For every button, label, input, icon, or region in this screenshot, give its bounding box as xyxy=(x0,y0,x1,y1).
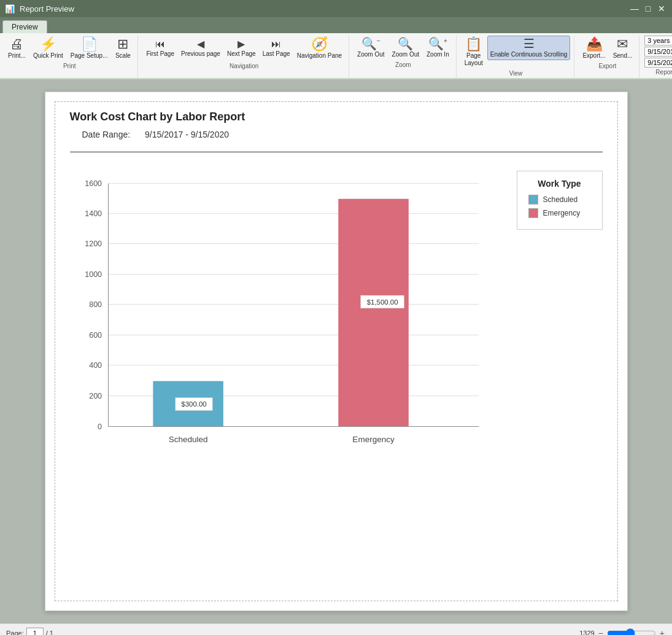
page-setup-icon: 📄 xyxy=(81,37,98,51)
print-button[interactable]: 🖨 Print... xyxy=(5,36,29,61)
zoom-out-icon: 🔍− xyxy=(361,37,380,50)
send-button[interactable]: ✉ Send... xyxy=(610,36,636,61)
export-button[interactable]: 📤 Export... xyxy=(579,36,608,61)
page-layout-label: PageLayout xyxy=(465,52,483,67)
page-setup-button[interactable]: 📄 Page Setup... xyxy=(68,36,111,61)
svg-text:0: 0 xyxy=(98,423,102,431)
status-left: Page: / 1 xyxy=(6,628,53,636)
last-page-button[interactable]: ⏭ Last Page xyxy=(260,37,293,60)
enable-scrolling-button[interactable]: ☰ Enable Continuous Scrolling xyxy=(487,36,571,60)
send-label: Send... xyxy=(613,52,633,60)
legend-item-scheduled: Scheduled xyxy=(528,195,591,205)
zoom-plus-button[interactable]: + xyxy=(658,629,666,636)
zoom-in-button[interactable]: 🔍+ Zoom In xyxy=(423,36,452,60)
print-icon: 🖨 xyxy=(10,37,23,51)
zoom-group-label: Zoom xyxy=(395,61,411,68)
zoom-minus-button[interactable]: − xyxy=(597,629,604,636)
print-label: Print... xyxy=(8,52,26,60)
zoom-value: 1329 xyxy=(579,629,594,636)
legend-label-scheduled: Scheduled xyxy=(543,195,578,204)
next-page-button[interactable]: ▶ Next Page xyxy=(224,37,259,60)
zoom-slider[interactable] xyxy=(607,628,656,636)
zoom-in-label: Zoom In xyxy=(427,51,449,58)
x-label-emergency: Emergency xyxy=(352,435,395,444)
status-bar: Page: / 1 1329 − + xyxy=(0,623,672,635)
page-label: Page: xyxy=(6,629,24,636)
chart-legend: Work Type Scheduled Emergency xyxy=(517,171,603,230)
close-button[interactable]: ✕ xyxy=(656,3,667,14)
report-data-group-label: Report Data xyxy=(655,69,672,76)
zoom-out-button[interactable]: 🔍− Zoom Out xyxy=(354,36,387,60)
svg-text:1600: 1600 xyxy=(85,179,102,188)
prev-page-icon: ◀ xyxy=(197,39,204,49)
window-title: Report Preview xyxy=(20,4,74,14)
page-layout-icon: 📋 xyxy=(465,37,482,51)
navigation-pane-label: Navigation Pane xyxy=(297,52,342,60)
zoom-out-label: Zoom Out xyxy=(357,51,384,58)
page-layout-button[interactable]: 📋 PageLayout xyxy=(462,36,486,69)
svg-text:200: 200 xyxy=(89,392,102,400)
ribbon-group-export: 📤 Export... ✉ Send... Export xyxy=(576,36,639,78)
zoom-button[interactable]: 🔍 Zoom Out xyxy=(389,36,422,60)
zoom-bar: 1329 − + xyxy=(579,628,666,636)
prev-page-button[interactable]: ◀ Previous page xyxy=(178,37,223,60)
view-group-label: View xyxy=(509,70,523,77)
svg-text:1000: 1000 xyxy=(85,270,102,279)
legend-item-emergency: Emergency xyxy=(528,208,591,218)
export-label: Export... xyxy=(582,52,605,60)
emergency-bar xyxy=(338,199,409,427)
first-page-label: First Page xyxy=(146,50,174,58)
scheduled-value-label: $300.00 xyxy=(181,400,206,408)
ribbon-group-zoom: 🔍− Zoom Out 🔍 Zoom Out 🔍+ Zoom In Zoom xyxy=(350,36,457,78)
ribbon-group-report-data: 3 years 1 year 2 years 9/15/2017 9/15/20… xyxy=(641,36,672,78)
svg-text:600: 600 xyxy=(89,331,102,340)
date-range-value: 9/15/2017 - 9/15/2020 xyxy=(145,130,229,139)
report-page: Work Cost Chart by Labor Report Date Ran… xyxy=(45,92,628,611)
quick-print-icon: ⚡ xyxy=(40,37,56,51)
zoom-icon: 🔍 xyxy=(398,37,413,50)
first-page-icon: ⏮ xyxy=(155,39,165,49)
svg-text:800: 800 xyxy=(89,300,102,309)
next-page-icon: ▶ xyxy=(238,39,245,49)
report-date-range: Date Range: 9/15/2017 - 9/15/2020 xyxy=(70,130,603,139)
ribbon-group-print: 🖨 Print... ⚡ Quick Print 📄 Page Setup...… xyxy=(1,36,138,78)
current-page-input[interactable] xyxy=(26,628,44,636)
zoom-in-icon: 🔍+ xyxy=(428,37,447,50)
svg-text:400: 400 xyxy=(89,361,102,370)
svg-text:1400: 1400 xyxy=(85,209,102,218)
emergency-value-label: $1,500.00 xyxy=(366,298,398,306)
navigation-group-label: Navigation xyxy=(230,63,258,69)
legend-color-scheduled xyxy=(528,195,538,205)
print-group-label: Print xyxy=(63,63,76,69)
quick-print-button[interactable]: ⚡ Quick Print xyxy=(30,36,66,61)
maximize-button[interactable]: □ xyxy=(643,3,654,14)
svg-text:1200: 1200 xyxy=(85,240,102,248)
minimize-button[interactable]: — xyxy=(629,3,640,14)
export-group-label: Export xyxy=(598,63,616,69)
enable-scrolling-icon: ☰ xyxy=(523,37,535,50)
report-title: Work Cost Chart by Labor Report xyxy=(70,111,603,123)
quick-print-label: Quick Print xyxy=(33,52,63,60)
period-select[interactable]: 3 years 1 year 2 years xyxy=(644,36,672,45)
navigation-pane-icon: 🧭 xyxy=(311,37,328,51)
date-range-label: Date Range: xyxy=(82,130,131,139)
start-date-select[interactable]: 9/15/2017 xyxy=(644,47,672,56)
tab-preview[interactable]: Preview xyxy=(2,20,47,33)
navigation-pane-button[interactable]: 🧭 Navigation Pane xyxy=(294,36,345,61)
scale-button[interactable]: ⊞ Scale xyxy=(112,36,134,61)
chart-svg: 1600 1400 1200 1000 800 600 400 200 0 $3… xyxy=(70,171,504,478)
page-setup-label: Page Setup... xyxy=(71,52,108,60)
scale-label: Scale xyxy=(115,52,131,60)
first-page-button[interactable]: ⏮ First Page xyxy=(143,37,177,60)
chart-container: 1600 1400 1200 1000 800 600 400 200 0 $3… xyxy=(70,165,603,486)
legend-color-emergency xyxy=(528,208,538,218)
ribbon-group-view: 📋 PageLayout ☰ Enable Continuous Scrolli… xyxy=(458,36,575,78)
ribbon-group-navigation: ⏮ First Page ◀ Previous page ▶ Next Page… xyxy=(139,36,349,78)
x-label-scheduled: Scheduled xyxy=(168,435,207,444)
end-date-select[interactable]: 9/15/2020 xyxy=(644,58,672,68)
tab-bar: Preview xyxy=(0,17,672,33)
last-page-label: Last Page xyxy=(263,50,290,58)
export-icon: 📤 xyxy=(586,37,603,51)
zoom-label: Zoom Out xyxy=(392,51,419,58)
prev-page-label: Previous page xyxy=(181,50,220,58)
